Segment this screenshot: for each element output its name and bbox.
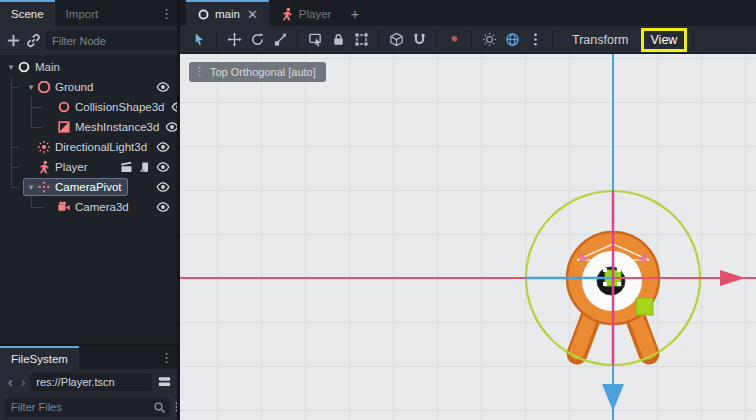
view-name-text: Top Orthogonal [auto]: [210, 66, 316, 78]
godot-editor: Scene Import ⋮ ⋮ ▾Main▾GroundCollisionSh…: [0, 0, 756, 420]
scene-tab-main-label: main: [215, 8, 240, 20]
search-icon: [153, 401, 166, 414]
tree-guide-line: [31, 207, 44, 208]
close-tab-icon[interactable]: ✕: [247, 7, 258, 22]
filesystem-menu-icon[interactable]: ⋮: [156, 350, 177, 365]
new-scene-tab-icon[interactable]: +: [342, 0, 367, 26]
display-mode-icon[interactable]: [157, 374, 172, 389]
environment-preview-toggle[interactable]: [501, 29, 523, 51]
node-icon: [17, 60, 31, 74]
scene-tab-player[interactable]: Player: [269, 0, 343, 26]
view-name-label[interactable]: ⋮ Top Orthogonal [auto]: [189, 62, 326, 82]
current-path-input[interactable]: [36, 376, 146, 388]
select-tool[interactable]: [188, 29, 210, 51]
lock-tool[interactable]: [327, 29, 349, 51]
viewport-3d[interactable]: ⋮ Top Orthogonal [auto]: [180, 54, 756, 420]
instance-scene-icon[interactable]: [26, 31, 41, 51]
scale-tool[interactable]: [269, 29, 291, 51]
directionallight-icon: [37, 140, 51, 154]
transform-menu[interactable]: Transform: [565, 31, 636, 49]
character-icon: [37, 160, 51, 174]
expand-chevron-icon[interactable]: ▾: [25, 82, 37, 92]
visibility-eye-icon[interactable]: [156, 200, 170, 214]
toolbar-separator: [297, 31, 298, 48]
move-tool[interactable]: [223, 29, 245, 51]
tree-guide-line: [11, 167, 18, 168]
tree-guide-line: [11, 147, 18, 148]
node-label: MeshInstance3d: [75, 121, 159, 133]
tab-import[interactable]: Import: [55, 0, 110, 26]
tree-row-collisionshape3d[interactable]: CollisionShape3d: [0, 97, 177, 117]
toolbar-separator: [378, 31, 379, 48]
scene-tab-main[interactable]: main ✕: [186, 0, 269, 26]
node-label: Player: [55, 161, 88, 173]
visibility-eye-icon[interactable]: [156, 160, 170, 174]
node-label: CollisionShape3d: [75, 101, 165, 113]
group-tool[interactable]: [350, 29, 372, 51]
tree-guide-line: [31, 97, 32, 128]
tree-guide-line: [11, 77, 12, 187]
tree-guide-line: [11, 87, 18, 88]
clapper-icon[interactable]: [120, 161, 133, 174]
toolbar-separator: [471, 31, 472, 48]
scene-dock-menu-icon[interactable]: ⋮: [156, 6, 177, 21]
filesystem-tabbar: FileSystem ⋮: [0, 346, 177, 369]
filter-files-input[interactable]: [11, 401, 153, 413]
plane-move-handle[interactable]: [636, 298, 653, 315]
history-forward-icon[interactable]: ›: [18, 375, 29, 389]
filesystem-filter: [0, 394, 177, 420]
tree-guide-line: [31, 127, 42, 128]
marker-icon: [37, 180, 51, 194]
tree-row-ground[interactable]: ▾Ground: [0, 77, 177, 97]
expand-chevron-icon[interactable]: ▾: [25, 182, 37, 192]
scriptbadge-icon[interactable]: [138, 161, 151, 174]
visibility-eye-icon[interactable]: [165, 120, 177, 134]
toolbar-separator: [436, 31, 437, 48]
collisionshape-icon: [57, 100, 71, 114]
node-label: DirectionalLight3d: [55, 141, 147, 153]
scene-icon: [197, 8, 210, 21]
local-space-toggle[interactable]: [385, 29, 407, 51]
visibility-eye-icon[interactable]: [156, 180, 170, 194]
view-menu[interactable]: View: [647, 31, 682, 49]
rotate-tool[interactable]: [246, 29, 268, 51]
tab-scene[interactable]: Scene: [0, 0, 55, 26]
tab-filesystem[interactable]: FileSystem: [0, 346, 79, 369]
filter-files-box: [5, 398, 170, 417]
add-node-icon[interactable]: [6, 31, 21, 51]
tree-guide-line: [31, 107, 42, 108]
snap-toggle[interactable]: [408, 29, 430, 51]
sun-preview-toggle[interactable]: [478, 29, 500, 51]
node-label: Ground: [55, 81, 93, 93]
history-back-icon[interactable]: ‹: [5, 375, 16, 389]
toolbar-menu-icon[interactable]: [524, 29, 546, 51]
visibility-eye-icon[interactable]: [156, 140, 170, 154]
expand-chevron-icon[interactable]: ▾: [5, 62, 17, 72]
player-scene-icon: [280, 7, 294, 21]
list-select-tool[interactable]: [304, 29, 326, 51]
node-label: Camera3d: [75, 201, 129, 213]
move-arrow-x[interactable]: [720, 270, 745, 286]
tree-row-meshinstance3d[interactable]: MeshInstance3d: [0, 117, 177, 137]
node-label: Main: [35, 61, 60, 73]
camera-icon: [57, 200, 71, 214]
tree-row-camera3d[interactable]: Camera3d: [0, 197, 177, 217]
toolbar-separator: [552, 31, 553, 48]
camera-preview-toggle[interactable]: [443, 29, 465, 51]
toolbar-separator: [216, 31, 217, 48]
tab-import-label: Import: [66, 8, 99, 20]
meshinstance-icon: [57, 120, 71, 134]
tree-row-main[interactable]: ▾Main: [0, 57, 177, 77]
tree-row-directionallight3d[interactable]: DirectionalLight3d: [0, 137, 177, 157]
tree-guide-line: [11, 187, 18, 188]
filter-nodes-input[interactable]: [52, 35, 194, 47]
visibility-eye-icon[interactable]: [156, 80, 170, 94]
action-highlight-box: View: [641, 28, 688, 52]
filesystem-nav: ‹ ›: [0, 369, 177, 394]
move-arrow-z[interactable]: [602, 384, 624, 411]
tree-row-player[interactable]: Player: [0, 157, 177, 177]
view-menu-dots-icon[interactable]: ⋮: [194, 65, 205, 78]
spatial-editor-toolbar: Transform View: [180, 26, 756, 54]
tree-row-camerapivot[interactable]: ▾CameraPivot: [0, 177, 177, 197]
current-path-box: [30, 373, 152, 391]
